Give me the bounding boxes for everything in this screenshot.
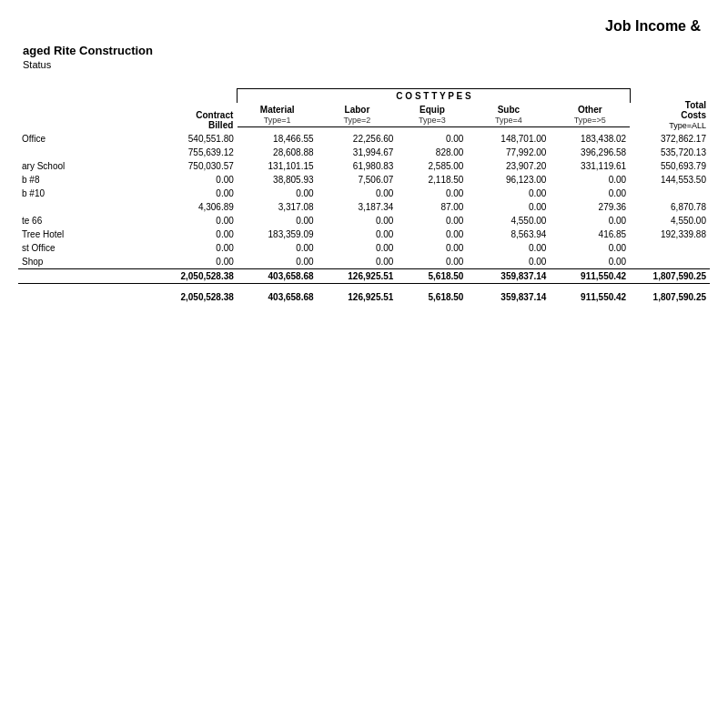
row-cell: 0.00 (397, 241, 467, 255)
table-row: 755,639.1228,608.8831,994.67828.0077,992… (18, 146, 710, 159)
row-cell: 183,359.09 (238, 228, 318, 241)
row-cell: 4,550.00 (467, 214, 550, 228)
page-title: Job Income & (18, 18, 710, 35)
row-cell: 28,608.88 (238, 146, 318, 159)
table-row: b #100.000.000.000.000.000.00 (18, 187, 710, 200)
table-row: te 660.000.000.000.004,550.000.004,550.0… (18, 214, 710, 228)
contract-billed-header: ContractBilled (155, 89, 238, 132)
row-cell: 183,438.02 (550, 132, 630, 146)
row-cell: 279.36 (550, 200, 630, 214)
grand-total-equip: 5,618.50 (397, 290, 467, 304)
row-cell: 755,639.12 (155, 146, 238, 159)
row-cell: 0.00 (397, 255, 467, 269)
row-label (18, 146, 155, 159)
other-header: Other Type=>5 (550, 103, 630, 127)
table-row: b #80.0038,805.937,506.072,118.5096,123.… (18, 173, 710, 187)
row-label: b #8 (18, 173, 155, 187)
section-total-label (18, 268, 155, 283)
row-cell: 0.00 (550, 255, 630, 269)
report-table: ContractBilled C O S T T Y P E S TotalCo… (18, 88, 710, 304)
table-row: ary School750,030.57131,101.1561,980.832… (18, 159, 710, 173)
row-cell: 18,466.55 (238, 132, 318, 146)
row-cell: 38,805.93 (238, 173, 318, 187)
report-subtitle: Status (18, 59, 710, 70)
section-total-equip: 5,618.50 (397, 268, 467, 283)
row-cell: 0.00 (397, 228, 467, 241)
row-label (18, 200, 155, 214)
row-cell: 0.00 (238, 187, 318, 200)
row-cell: 0.00 (318, 255, 398, 269)
row-cell: 0.00 (550, 214, 630, 228)
row-cell: 0.00 (550, 187, 630, 200)
table-body: Office540,551.8018,466.5522,256.600.0014… (18, 132, 710, 269)
row-cell: 750,030.57 (155, 159, 238, 173)
company-name: aged Rite Construction (18, 44, 710, 57)
section-total-material: 403,658.68 (238, 268, 318, 283)
row-label: te 66 (18, 214, 155, 228)
row-cell: 4,306.89 (155, 200, 238, 214)
row-cell: 0.00 (467, 241, 550, 255)
row-cell: 0.00 (397, 214, 467, 228)
row-cell: 77,992.00 (467, 146, 550, 159)
row-cell (630, 255, 710, 269)
subc-header: Subc Type=4 (467, 103, 550, 127)
row-cell (630, 241, 710, 255)
row-cell: 0.00 (238, 241, 318, 255)
table-row: st Office0.000.000.000.000.000.00 (18, 241, 710, 255)
grand-total-material: 403,658.68 (238, 290, 318, 304)
row-cell: 0.00 (318, 187, 398, 200)
material-header: Material Type=1 (238, 103, 318, 127)
row-label: ary School (18, 159, 155, 173)
row-cell: 372,862.17 (630, 132, 710, 146)
row-cell: 7,506.07 (318, 173, 398, 187)
row-cell: 144,553.50 (630, 173, 710, 187)
grand-total-costs: 1,807,590.25 (630, 290, 710, 304)
grand-total-subc: 359,837.14 (467, 290, 550, 304)
row-label: b #10 (18, 187, 155, 200)
row-cell: 6,870.78 (630, 200, 710, 214)
row-label: Shop (18, 255, 155, 269)
row-cell: 2,118.50 (397, 173, 467, 187)
row-label: Office (18, 132, 155, 146)
labor-header: Labor Type=2 (318, 103, 398, 127)
section-total-labor: 126,925.51 (318, 268, 398, 283)
grand-total-row: 2,050,528.38 403,658.68 126,925.51 5,618… (18, 290, 710, 304)
row-cell: 0.00 (238, 255, 318, 269)
row-cell: 23,907.20 (467, 159, 550, 173)
total-costs-header: TotalCostsType=ALL (630, 89, 710, 132)
row-cell: 61,980.83 (318, 159, 398, 173)
row-cell: 0.00 (550, 241, 630, 255)
section-total-costs: 1,807,590.25 (630, 268, 710, 283)
row-cell: 0.00 (155, 173, 238, 187)
row-cell: 4,550.00 (630, 214, 710, 228)
row-label: Tree Hotel (18, 228, 155, 241)
row-cell (630, 187, 710, 200)
table-row: Shop0.000.000.000.000.000.00 (18, 255, 710, 269)
table-row: 4,306.893,317.083,187.3487.000.00279.366… (18, 200, 710, 214)
row-cell: 192,339.88 (630, 228, 710, 241)
section-total-contract: 2,050,528.38 (155, 268, 238, 283)
row-cell: 0.00 (155, 228, 238, 241)
row-cell: 22,256.60 (318, 132, 398, 146)
table-row: Office540,551.8018,466.5522,256.600.0014… (18, 132, 710, 146)
row-cell: 2,585.00 (397, 159, 467, 173)
table-footer: 2,050,528.38 403,658.68 126,925.51 5,618… (18, 268, 710, 304)
row-cell: 331,119.61 (550, 159, 630, 173)
footer-spacer (18, 283, 710, 290)
section-total-row: 2,050,528.38 403,658.68 126,925.51 5,618… (18, 268, 710, 283)
row-cell: 148,701.00 (467, 132, 550, 146)
row-cell: 0.00 (318, 241, 398, 255)
grand-total-contract: 2,050,528.38 (155, 290, 238, 304)
row-cell: 0.00 (155, 187, 238, 200)
row-label: st Office (18, 241, 155, 255)
row-cell: 0.00 (155, 255, 238, 269)
row-cell: 87.00 (397, 200, 467, 214)
row-cell: 31,994.67 (318, 146, 398, 159)
row-cell: 0.00 (318, 228, 398, 241)
row-cell: 131,101.15 (238, 159, 318, 173)
row-cell: 0.00 (467, 187, 550, 200)
table-header-row-2: Material Type=1 Labor Type=2 Equip Type=… (18, 103, 710, 127)
row-cell: 535,720.13 (630, 146, 710, 159)
section-total-other: 911,550.42 (550, 268, 630, 283)
table-header-row-1: ContractBilled C O S T T Y P E S TotalCo… (18, 89, 710, 104)
